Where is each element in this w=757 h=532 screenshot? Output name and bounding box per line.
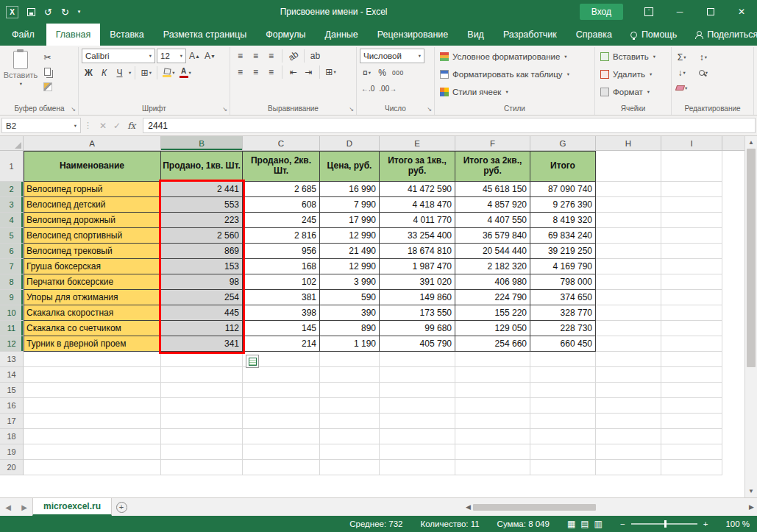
cell-D2[interactable]: 16 990	[320, 182, 380, 197]
cell-I5[interactable]	[661, 228, 722, 244]
cell-D12[interactable]: 1 190	[320, 336, 380, 352]
horizontal-scroll-track[interactable]	[473, 503, 747, 511]
cell-A13[interactable]	[24, 352, 161, 367]
cell-I10[interactable]	[661, 305, 722, 321]
cell-I14[interactable]	[661, 367, 722, 383]
cell-B4[interactable]: 223	[161, 213, 243, 228]
cell-C7[interactable]: 168	[243, 259, 320, 274]
decrease-indent-icon[interactable]: ⇤	[286, 65, 300, 79]
row-header-6[interactable]: 6	[0, 244, 24, 259]
cell-E3[interactable]: 4 418 470	[380, 197, 455, 213]
cell-E17[interactable]	[380, 414, 455, 429]
save-icon[interactable]	[27, 8, 35, 16]
row-header-14[interactable]: 14	[0, 367, 24, 383]
cell-D10[interactable]: 390	[320, 305, 380, 321]
cell-G19[interactable]	[530, 444, 596, 460]
scroll-up-arrow-icon[interactable]: ▲	[745, 136, 757, 149]
cell-A11[interactable]: Скакалка со счетчиком	[24, 321, 161, 336]
align-top-icon[interactable]: ≡	[233, 49, 247, 63]
customize-quick-access-icon[interactable]: ▾	[78, 9, 81, 15]
cell-H11[interactable]	[596, 321, 661, 336]
cell-A16[interactable]	[24, 398, 161, 414]
cell-E13[interactable]	[380, 352, 455, 367]
cell-D13[interactable]	[320, 352, 380, 367]
cell-G14[interactable]	[530, 367, 596, 383]
cell-I18[interactable]	[661, 429, 722, 444]
cell-B19[interactable]	[161, 444, 243, 460]
cell-E14[interactable]	[380, 367, 455, 383]
tab-formulas[interactable]: Формулы	[256, 24, 315, 46]
cell-F1[interactable]: Итого за 2кв., руб.	[455, 151, 530, 182]
cell-F7[interactable]: 2 182 320	[455, 259, 530, 274]
cell-G3[interactable]: 9 276 390	[530, 197, 596, 213]
cell-A8[interactable]: Перчатки боксерские	[24, 274, 161, 290]
cell-I15[interactable]	[661, 383, 722, 398]
name-box[interactable]: B2 ▾	[1, 118, 81, 133]
cell-A17[interactable]	[24, 414, 161, 429]
cell-D15[interactable]	[320, 383, 380, 398]
cell-G11[interactable]: 228 730	[530, 321, 596, 336]
cell-D11[interactable]: 890	[320, 321, 380, 336]
cell-E8[interactable]: 391 020	[380, 274, 455, 290]
cell-F6[interactable]: 20 544 440	[455, 244, 530, 259]
copy-button[interactable]	[40, 65, 54, 79]
cell-I2[interactable]	[661, 182, 722, 197]
row-header-1[interactable]: 1	[0, 151, 24, 182]
cell-D5[interactable]: 12 990	[320, 228, 380, 244]
column-header-H[interactable]: H	[596, 136, 661, 151]
cell-C5[interactable]: 2 816	[243, 228, 320, 244]
cell-E11[interactable]: 99 680	[380, 321, 455, 336]
zoom-slider-thumb[interactable]	[664, 520, 667, 528]
cell-F4[interactable]: 4 407 550	[455, 213, 530, 228]
cell-C6[interactable]: 956	[243, 244, 320, 259]
cell-B10[interactable]: 445	[161, 305, 243, 321]
percent-style-button[interactable]: %	[375, 65, 389, 79]
close-button[interactable]: ✕	[726, 0, 757, 24]
cell-I19[interactable]	[661, 444, 722, 460]
column-header-B[interactable]: B	[161, 136, 243, 151]
cell-B5[interactable]: 2 560	[161, 228, 243, 244]
cell-F13[interactable]	[455, 352, 530, 367]
cell-I12[interactable]	[661, 336, 722, 352]
cell-E7[interactable]: 1 987 470	[380, 259, 455, 274]
column-header-D[interactable]: D	[320, 136, 380, 151]
cell-F16[interactable]	[455, 398, 530, 414]
cell-H16[interactable]	[596, 398, 661, 414]
cell-B11[interactable]: 112	[161, 321, 243, 336]
tab-view[interactable]: Вид	[458, 24, 494, 46]
cell-C11[interactable]: 145	[243, 321, 320, 336]
ribbon-display-options-button[interactable]: ˆ	[633, 0, 664, 24]
maximize-button[interactable]	[695, 0, 726, 24]
cell-D6[interactable]: 21 490	[320, 244, 380, 259]
cancel-entry-icon[interactable]: ✕	[99, 121, 107, 131]
cell-E4[interactable]: 4 011 770	[380, 213, 455, 228]
cell-H14[interactable]	[596, 367, 661, 383]
cell-B18[interactable]	[161, 429, 243, 444]
cell-A5[interactable]: Велосипед спортивный	[24, 228, 161, 244]
cell-I16[interactable]	[661, 398, 722, 414]
row-header-13[interactable]: 13	[0, 352, 24, 367]
fill-button[interactable]: ↓▾	[675, 65, 689, 79]
cell-B16[interactable]	[161, 398, 243, 414]
normal-view-icon[interactable]: ▦	[567, 519, 575, 529]
zoom-level[interactable]: 100 %	[725, 519, 750, 528]
cell-E19[interactable]	[380, 444, 455, 460]
sheet-nav-right-icon[interactable]: ▶	[16, 498, 32, 516]
borders-button[interactable]: ⊞▾	[139, 65, 153, 79]
cell-G20[interactable]	[530, 460, 596, 475]
cell-E15[interactable]	[380, 383, 455, 398]
cell-F8[interactable]: 406 980	[455, 274, 530, 290]
cell-E18[interactable]	[380, 429, 455, 444]
cell-H10[interactable]	[596, 305, 661, 321]
cell-B7[interactable]: 153	[161, 259, 243, 274]
cell-A18[interactable]	[24, 429, 161, 444]
page-layout-view-icon[interactable]: ▤	[580, 519, 589, 529]
cell-D4[interactable]: 17 990	[320, 213, 380, 228]
row-header-12[interactable]: 12	[0, 336, 24, 352]
increase-indent-icon[interactable]: ⇥	[302, 65, 316, 79]
decrease-decimal-button[interactable]: .00→	[377, 82, 398, 96]
cell-E2[interactable]: 41 472 590	[380, 182, 455, 197]
cell-G9[interactable]: 374 650	[530, 290, 596, 305]
cell-C18[interactable]	[243, 429, 320, 444]
row-header-3[interactable]: 3	[0, 197, 24, 213]
